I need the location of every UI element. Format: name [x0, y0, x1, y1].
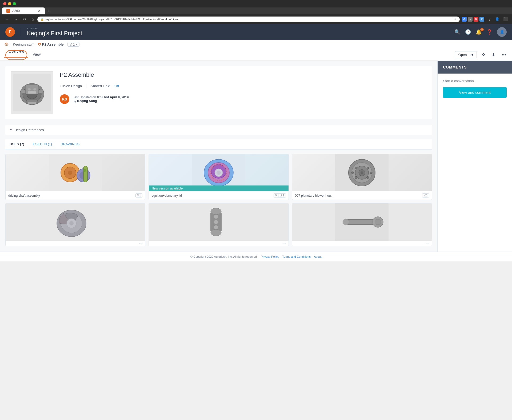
sub-tab-drawings[interactable]: DRAWINGS: [56, 139, 84, 149]
share-icon[interactable]: ❖: [480, 51, 487, 58]
view-and-comment-button[interactable]: View and comment: [443, 87, 507, 98]
active-tab[interactable]: F A360 ✕: [2, 7, 45, 14]
rod-svg: [335, 203, 389, 241]
history-icon[interactable]: 🕐: [465, 29, 471, 35]
home-button[interactable]: ⌂: [30, 16, 35, 22]
tab-close-icon[interactable]: ✕: [38, 9, 41, 13]
shared-link-value[interactable]: Off: [114, 84, 119, 88]
ext-icon-2[interactable]: ●: [468, 17, 473, 22]
cards-grid: driving shaft assembly V.1: [5, 154, 432, 246]
tab-view[interactable]: View: [28, 49, 45, 60]
card-driving-shaft[interactable]: driving shaft assembly V.1: [5, 154, 145, 200]
close-button[interactable]: [3, 2, 6, 5]
download-icon[interactable]: ⬇: [490, 51, 497, 58]
shared-link-label: Shared Link:: [91, 84, 110, 88]
chevron-down-icon: ▾: [75, 43, 77, 46]
browser-extensions-icon[interactable]: ⬛: [502, 17, 509, 22]
card-version-4: [139, 243, 142, 244]
back-button[interactable]: ←: [3, 16, 10, 22]
disc-svg: [335, 154, 389, 191]
user-avatar[interactable]: 👤: [497, 27, 507, 37]
tab-label: A360: [12, 9, 20, 13]
new-tab-button[interactable]: +: [45, 7, 51, 14]
main-tabs: Overview View: [4, 49, 45, 60]
forward-button[interactable]: →: [12, 16, 19, 22]
home-breadcrumb[interactable]: 🏠: [4, 42, 9, 46]
design-refs-label: Design References: [14, 128, 44, 132]
last-updated-date: 8:03 PM April 9, 2019: [97, 95, 129, 99]
card-version-3: V.1: [422, 193, 429, 197]
footer-about[interactable]: About: [314, 255, 322, 258]
bookmark-icon[interactable]: ☆: [454, 18, 457, 21]
thumbnail-svg: [13, 74, 51, 111]
breadcrumb-keqing-stuff[interactable]: Keqing's stuff: [13, 42, 33, 46]
tab-favicon: F: [6, 9, 10, 13]
refresh-button[interactable]: ↻: [21, 16, 28, 22]
ext-icon-k[interactable]: K: [479, 17, 484, 22]
open-in-button[interactable]: Open in ▾: [455, 51, 477, 58]
footer-privacy-policy[interactable]: Privacy Policy: [261, 255, 279, 258]
help-icon[interactable]: ❓: [486, 29, 492, 35]
card-misc[interactable]: [149, 203, 289, 246]
comments-header: COMMENTS: [438, 61, 512, 74]
open-in-label: Open in: [458, 53, 471, 57]
svg-point-48: [214, 215, 218, 219]
app-title: Keqing's First Project: [27, 30, 82, 37]
svg-rect-11: [28, 102, 36, 104]
svg-point-36: [367, 176, 369, 179]
card-thumb-2: New version available: [149, 154, 288, 191]
sub-tab-uses[interactable]: USES (7): [5, 139, 29, 149]
browser-action-icons: ⋮ 👤 ⬛: [486, 17, 509, 22]
card-thumb-5: [149, 203, 288, 241]
svg-rect-19: [83, 169, 86, 172]
svg-point-6: [28, 88, 31, 91]
design-refs-header[interactable]: ▼ Design References: [10, 128, 428, 132]
card-egnition[interactable]: New version available egnition+planetary…: [149, 154, 289, 200]
item-details: P2 Assemble Fusion Design Shared Link: O…: [60, 71, 427, 114]
header-icons: 🔍 🕐 🔔 8 ❓ 👤: [454, 27, 507, 37]
traffic-lights: [3, 2, 16, 5]
last-updated-label: Last Updated on: [73, 95, 96, 99]
breadcrumb-sep-2: ›: [35, 42, 36, 46]
svg-point-32: [361, 171, 363, 174]
card-rod[interactable]: [292, 203, 432, 246]
footer-terms[interactable]: Terms and Conditions: [282, 255, 311, 258]
minimize-button[interactable]: [8, 2, 11, 5]
browser-menu-icon[interactable]: ⋮: [486, 17, 492, 22]
card-version-1: V.1: [135, 193, 142, 197]
more-options-icon[interactable]: •••: [500, 51, 508, 58]
card-blower[interactable]: 007 planetary blower hou... V.1: [292, 154, 432, 200]
notifications-icon[interactable]: 🔔 8: [476, 29, 482, 35]
tab-bar: F A360 ✕ +: [0, 7, 512, 14]
meta-divider: [86, 84, 86, 88]
item-meta: Fusion Design Shared Link: Off: [60, 84, 427, 88]
chevron-down-icon: ▾: [471, 53, 473, 57]
card-footer-6: [292, 241, 432, 246]
svg-point-34: [367, 167, 369, 169]
card-title-1: driving shaft assembly: [8, 194, 40, 197]
browser-chrome: F A360 ✕ + ← → ↻ ⌂ 🔒 myhub.autodesk360.c…: [0, 0, 512, 24]
search-icon[interactable]: 🔍: [454, 29, 460, 35]
sub-tab-used-in[interactable]: USED IN (1): [29, 139, 56, 149]
version-dropdown[interactable]: V. 2 ▾: [67, 42, 80, 47]
svg-rect-8: [28, 91, 36, 94]
browser-profile-icon[interactable]: 👤: [494, 17, 501, 22]
card-thumb-3: [292, 154, 432, 191]
url-text: myhub.autodesk360.com/ue29c8e82/g/projec…: [45, 18, 452, 21]
address-bar[interactable]: 🔒 myhub.autodesk360.com/ue29c8e82/g/proj…: [37, 17, 460, 22]
maximize-button[interactable]: [13, 2, 16, 5]
lock-icon: 🔒: [41, 18, 44, 21]
main-layout: P2 Assemble Fusion Design Shared Link: O…: [0, 61, 512, 252]
footer-copyright: © Copyright 2020 Autodesk, Inc. All righ…: [190, 255, 257, 258]
tab-overview[interactable]: Overview: [4, 46, 28, 58]
version-label: V. 2: [70, 43, 75, 46]
notification-count: 8: [480, 28, 484, 31]
card-title-3: 007 planetary blower hou...: [295, 194, 334, 197]
card-title-2: egnition+planetary lid: [151, 194, 182, 197]
card-turbine[interactable]: [5, 203, 145, 246]
google-ext-icon[interactable]: G: [462, 17, 467, 22]
sub-tabs: USES (7) USED IN (1) DRAWINGS: [5, 139, 432, 150]
svg-point-15: [68, 171, 72, 175]
gear-svg: [49, 154, 102, 191]
ext-icon-n[interactable]: N: [474, 17, 478, 22]
